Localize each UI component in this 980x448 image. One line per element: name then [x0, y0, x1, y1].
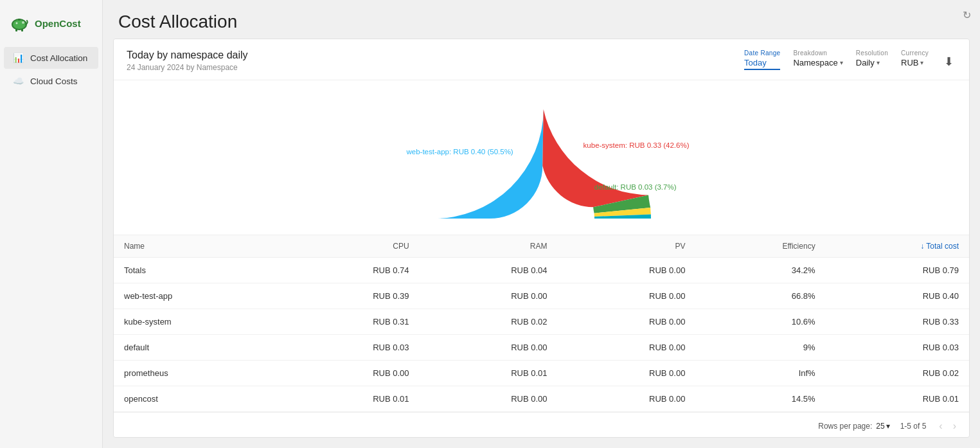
cell-ram: RUB 0.01 — [420, 361, 558, 386]
content-panel: Today by namespace daily 24 January 2024… — [113, 39, 970, 438]
table-body: Totals RUB 0.74 RUB 0.04 RUB 0.00 34.2% … — [114, 258, 969, 412]
prev-page-button[interactable]: ‹ — [936, 419, 945, 433]
svg-point-1 — [13, 20, 26, 29]
panel-header: Today by namespace daily 24 January 2024… — [114, 39, 969, 80]
cell-pv: RUB 0.00 — [558, 283, 696, 309]
currency-label: Currency — [901, 49, 929, 57]
bar-chart-icon: 📊 — [13, 53, 24, 63]
date-range-value[interactable]: Today — [744, 58, 780, 70]
cell-total: RUB 0.40 — [826, 283, 969, 309]
currency-value[interactable]: RUB ▾ — [901, 58, 929, 70]
cell-name: prometheus — [114, 361, 281, 386]
rows-per-page-label: Rows per page: — [818, 422, 872, 431]
resolution-label: Resolution — [856, 49, 888, 57]
svg-point-2 — [22, 21, 24, 24]
logo-area: OpenCost — [0, 8, 102, 46]
table-container: Name CPU RAM PV Efficiency ↓ Total cost … — [114, 235, 969, 412]
table-row[interactable]: Totals RUB 0.74 RUB 0.04 RUB 0.00 34.2% … — [114, 258, 969, 283]
cell-pv: RUB 0.00 — [558, 309, 696, 335]
cell-efficiency: 10.6% — [695, 309, 825, 335]
svg-rect-6 — [18, 19, 21, 21]
segment-kube-system — [542, 109, 648, 207]
table-footer: Rows per page: 25 ▾ 1-5 of 5 ‹ › — [114, 412, 969, 438]
currency-control: Currency RUB ▾ — [901, 49, 929, 70]
rows-select-arrow: ▾ — [886, 422, 890, 431]
cell-cpu: RUB 0.01 — [281, 386, 420, 412]
sidebar-item-cost-allocation[interactable]: 📊 Cost Allocation — [4, 47, 98, 69]
breakdown-dropdown-arrow: ▾ — [840, 59, 843, 66]
opencost-logo-icon — [9, 13, 30, 33]
cell-pv: RUB 0.00 — [558, 258, 696, 283]
resolution-dropdown-arrow: ▾ — [877, 59, 880, 66]
refresh-button[interactable]: ↻ — [963, 9, 971, 21]
cell-cpu: RUB 0.39 — [281, 283, 420, 309]
rows-per-page: Rows per page: 25 ▾ — [818, 422, 889, 431]
cell-cpu: RUB 0.31 — [281, 309, 420, 335]
cell-pv: RUB 0.00 — [558, 335, 696, 361]
svg-rect-3 — [15, 29, 17, 31]
cell-efficiency: 34.2% — [695, 258, 825, 283]
svg-point-5 — [16, 22, 18, 24]
cell-ram: RUB 0.00 — [420, 335, 558, 361]
cell-efficiency: 14.5% — [695, 386, 825, 412]
sidebar: OpenCost 📊 Cost Allocation ☁️ Cloud Cost… — [0, 0, 103, 448]
table-row[interactable]: prometheus RUB 0.00 RUB 0.01 RUB 0.00 In… — [114, 361, 969, 386]
cell-name: kube-system — [114, 309, 281, 335]
panel-title-area: Today by namespace daily 24 January 2024… — [127, 49, 248, 72]
next-page-button[interactable]: › — [950, 419, 959, 433]
cell-total: RUB 0.79 — [826, 258, 969, 283]
page-title: Cost Allocation — [118, 12, 965, 32]
pagination-nav: ‹ › — [936, 419, 959, 433]
col-cpu: CPU — [281, 235, 420, 258]
cell-pv: RUB 0.00 — [558, 386, 696, 412]
cell-name: Totals — [114, 258, 281, 283]
sidebar-item-label: Cloud Costs — [30, 76, 78, 86]
rows-per-page-select[interactable]: 25 ▾ — [876, 422, 889, 431]
logo-text: OpenCost — [35, 18, 81, 29]
col-name: Name — [114, 235, 281, 258]
cell-cpu: RUB 0.74 — [281, 258, 420, 283]
breakdown-control: Breakdown Namespace ▾ — [793, 49, 842, 70]
pagination-info: 1-5 of 5 — [900, 422, 927, 431]
controls: Date Range Today Breakdown Namespace ▾ R… — [744, 49, 956, 70]
resolution-value[interactable]: Daily ▾ — [856, 58, 888, 70]
cell-cpu: RUB 0.00 — [281, 361, 420, 386]
cell-ram: RUB 0.02 — [420, 309, 558, 335]
donut-chart: web-test-app: RUB 0.40 (50.5%) kube-syst… — [388, 84, 696, 225]
cell-total: RUB 0.02 — [826, 361, 969, 386]
col-pv: PV — [558, 235, 696, 258]
table-row[interactable]: default RUB 0.03 RUB 0.00 RUB 0.00 9% RU… — [114, 335, 969, 361]
cell-pv: RUB 0.00 — [558, 361, 696, 386]
chart-label-kube-system: kube-system: RUB 0.33 (42.6%) — [584, 141, 690, 149]
date-range-control: Date Range Today — [744, 49, 780, 70]
main-content: ↻ Cost Allocation Today by namespace dai… — [103, 0, 980, 448]
breakdown-label: Breakdown — [793, 49, 842, 57]
cell-ram: RUB 0.00 — [420, 386, 558, 412]
cell-total: RUB 0.03 — [826, 335, 969, 361]
cloud-icon: ☁️ — [13, 76, 24, 86]
cell-efficiency: Inf% — [695, 361, 825, 386]
breakdown-value[interactable]: Namespace ▾ — [793, 58, 842, 70]
col-total-cost: ↓ Total cost — [826, 235, 969, 258]
cell-name: opencost — [114, 386, 281, 412]
data-table: Name CPU RAM PV Efficiency ↓ Total cost … — [114, 235, 969, 412]
col-efficiency: Efficiency — [695, 235, 825, 258]
chart-label-web-test-app: web-test-app: RUB 0.40 (50.5%) — [407, 148, 513, 156]
currency-dropdown-arrow: ▾ — [920, 59, 923, 66]
cell-efficiency: 9% — [695, 335, 825, 361]
table-row[interactable]: web-test-app RUB 0.39 RUB 0.00 RUB 0.00 … — [114, 283, 969, 309]
cell-efficiency: 66.8% — [695, 283, 825, 309]
download-button[interactable]: ⬇ — [941, 53, 956, 70]
panel-subtitle: 24 January 2024 by Namespace — [127, 63, 248, 72]
chart-label-default: default: RUB 0.03 (3.7%) — [594, 183, 677, 191]
table-row[interactable]: kube-system RUB 0.31 RUB 0.02 RUB 0.00 1… — [114, 309, 969, 335]
page-header: Cost Allocation — [103, 0, 980, 39]
cell-total: RUB 0.33 — [826, 309, 969, 335]
panel-title: Today by namespace daily — [127, 49, 248, 61]
svg-rect-4 — [21, 29, 23, 31]
cell-name: web-test-app — [114, 283, 281, 309]
segment-web-test-app — [432, 109, 544, 219]
sidebar-item-label: Cost Allocation — [30, 53, 87, 63]
table-row[interactable]: opencost RUB 0.01 RUB 0.00 RUB 0.00 14.5… — [114, 386, 969, 412]
sidebar-item-cloud-costs[interactable]: ☁️ Cloud Costs — [4, 70, 98, 92]
